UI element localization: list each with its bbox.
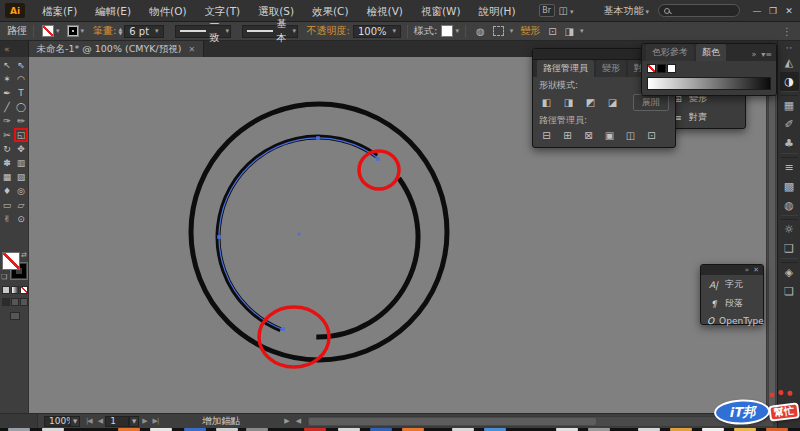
width-profile-select[interactable]: 一致▾ [175,25,231,38]
app-logo-icon[interactable]: Ai [5,3,25,18]
scissors-tool[interactable]: ✂ [0,128,14,142]
pen-tool[interactable]: ✒ [0,86,14,100]
blend-tool[interactable]: ◎ [14,184,28,198]
vertical-scrollbar[interactable] [766,57,777,413]
status-expand-icon[interactable]: ▶ [284,417,289,425]
line-segment-tool[interactable]: ╱ [0,100,14,114]
chevron-down-icon[interactable]: ▾ [81,27,85,35]
appearance-icon[interactable]: ☼ [780,220,799,239]
zoom-field[interactable]: 100% [44,416,70,427]
collapse-panel-icon[interactable]: » [745,266,749,274]
magic-wand-tool[interactable]: ✶ [0,72,14,86]
outer-circle[interactable] [191,104,447,360]
chevron-down-icon[interactable]: ▾ [455,27,459,35]
red-annotation-circle[interactable] [359,151,399,189]
collapse-panel-icon[interactable]: » [751,50,756,59]
dock-grip-icon[interactable]: •• [785,44,792,53]
bridge-icon[interactable]: Br [539,4,555,17]
restore-button[interactable]: ❐ [765,2,781,20]
horizontal-scroll-thumb[interactable] [309,418,596,425]
grayscale-ramp[interactable] [647,77,771,90]
zoom-tool[interactable]: ⊙ [14,212,28,226]
layers-icon[interactable]: ◈ [780,263,799,282]
opacity-label[interactable]: 不透明度: [307,24,350,38]
shape-builder-tool[interactable]: ◱ [14,128,28,142]
recolor-artwork-icon[interactable]: ◍ [476,26,485,37]
select-similar-icon[interactable] [493,26,504,36]
pencil-tool[interactable]: ✏ [14,114,28,128]
chevron-down-icon[interactable]: ▾ [56,27,60,35]
menu-item[interactable]: 編輯(E) [86,0,140,22]
character-item[interactable]: A| 字元 [701,275,763,294]
anchor-point[interactable] [376,157,380,161]
align-options-icon[interactable]: ◨ [565,26,574,37]
scroll-left-icon[interactable]: ◀ [296,417,301,425]
brushes-icon[interactable]: ✐ [780,115,799,134]
stroke-stepper[interactable]: ▲▼ [118,27,122,36]
draw-behind-button[interactable] [11,298,19,306]
close-tab-icon[interactable]: ✕ [188,45,195,54]
type-tool[interactable]: T [14,86,28,100]
paragraph-item[interactable]: ¶ 段落 [701,294,763,313]
gradient-tool[interactable]: ▧ [14,170,28,184]
artboard-tool[interactable]: ▭ [0,198,14,212]
anchor-point[interactable] [281,327,285,331]
minus-front-button[interactable]: ◨ [561,97,576,109]
screen-mode-button[interactable] [10,312,20,320]
minimize-button[interactable]: — [749,2,765,20]
opacity-field[interactable]: 100%▾ [353,25,401,38]
search-input[interactable] [658,4,740,17]
mesh-tool[interactable]: ▦ [0,170,14,184]
none-swatch[interactable] [647,64,656,73]
center-point[interactable] [298,233,301,236]
intersect-button[interactable]: ◩ [583,97,598,109]
panel-drag-bar[interactable]: » ✕ [701,265,763,275]
menu-item[interactable]: 物件(O) [140,0,195,22]
last-artboard-button[interactable]: ▶| [153,417,159,425]
panel-tab[interactable]: 顏色 [696,44,726,61]
horizontal-scrollbar[interactable] [307,416,774,427]
ellipse-tool[interactable]: ◯ [14,100,28,114]
selection-tool[interactable]: ↖ [0,58,14,72]
symbol-sprayer-tool[interactable]: ✽ [0,156,14,170]
swap-fill-stroke-icon[interactable]: ⇄ [21,251,27,259]
crop-button[interactable]: ▣ [602,129,617,141]
chevron-down-icon[interactable]: ▾ [580,27,584,35]
hand-tool[interactable]: ✌ [0,212,14,226]
panel-tab[interactable]: 色彩參考 [646,44,694,61]
style-swatch[interactable] [441,25,453,37]
color-guide-icon[interactable]: ◭ [780,53,799,72]
panel-tab[interactable]: 變形 [596,60,626,77]
artboard-field[interactable]: 1 [105,416,129,427]
opentype-item[interactable]: O OpenType [701,313,763,329]
unite-button[interactable]: ◧ [539,97,554,109]
menu-item[interactable]: 文字(T) [196,0,250,22]
minus-back-button[interactable]: ⊡ [644,129,659,141]
menu-item[interactable]: 檔案(F) [33,0,86,22]
graph-tool[interactable]: ▥ [14,156,28,170]
rotate-tool[interactable]: ↻ [0,142,14,156]
trim-button[interactable]: ⊞ [560,129,575,141]
swatches-icon[interactable]: ▦ [780,96,799,115]
expand-button[interactable]: 展開 [633,94,669,111]
workspace-switcher[interactable]: 基本功能▾ [603,4,649,18]
slice-tool[interactable]: ▱ [14,198,28,212]
panel-menu-icon[interactable]: ▾≡ [761,50,772,59]
panel-tab[interactable]: 路徑管理員 [537,60,594,77]
paintbrush-tool[interactable]: ✑ [0,114,14,128]
color-icon[interactable]: ◑ [780,72,799,91]
fill-color-swatch[interactable] [42,25,54,37]
merge-button[interactable]: ⊠ [581,129,596,141]
draw-inside-button[interactable] [20,298,28,306]
anchor-point[interactable] [217,235,221,239]
stroke-weight-field[interactable]: 6 pt▾ [124,25,163,38]
brush-definition-select[interactable]: 基本▾ [242,25,298,38]
artboards-icon[interactable]: ❏ [780,282,799,301]
artboard-dropdown-icon[interactable]: ▼ [129,416,139,427]
align-item[interactable]: ≡ 對齊 [665,108,745,127]
chevron-down-icon[interactable]: ▾ [510,27,514,35]
white-swatch[interactable] [667,64,676,73]
default-fill-stroke-icon[interactable]: ❏ [1,273,7,281]
prev-artboard-button[interactable]: ◀ [98,417,102,425]
close-panel-icon[interactable]: ✕ [753,266,759,274]
